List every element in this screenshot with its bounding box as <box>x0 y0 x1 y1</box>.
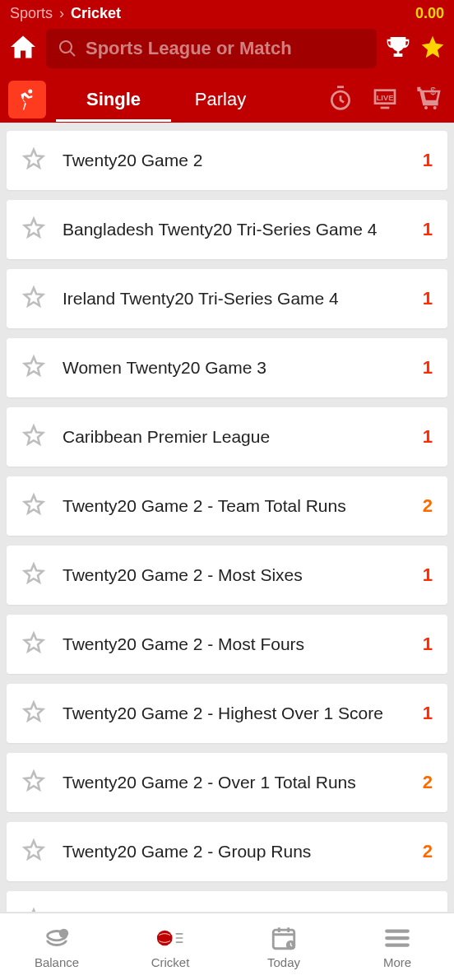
league-count: 1 <box>423 288 433 309</box>
search-box[interactable] <box>46 29 377 68</box>
star-outline-icon[interactable] <box>21 769 46 797</box>
league-card[interactable]: Twenty20 Game 2 - Team Total Runs2 <box>7 476 447 536</box>
league-title: Caribbean Premier League <box>63 427 423 447</box>
nav-balance-label: Balance <box>35 955 79 969</box>
league-card[interactable]: Twenty20 Game 2 - Most Fours1 <box>7 615 447 674</box>
running-icon[interactable] <box>8 81 46 118</box>
nav-more[interactable]: More <box>340 913 454 980</box>
trophy-icon[interactable] <box>385 34 411 63</box>
svg-point-4 <box>433 106 437 109</box>
nav-today-label: Today <box>267 955 300 969</box>
league-count: 1 <box>423 150 433 171</box>
breadcrumb-current: Cricket <box>71 5 121 22</box>
header: Sports › Cricket 0.00 Single Parlay LIVE… <box>0 0 454 123</box>
league-card[interactable]: Caribbean Premier League1 <box>7 407 447 467</box>
league-card[interactable]: Women Twenty20 Game 31 <box>7 338 447 397</box>
nav-more-label: More <box>383 955 411 969</box>
live-icon[interactable]: LIVE <box>372 85 398 114</box>
league-title: Twenty20 Game 2 <box>63 151 423 170</box>
breadcrumb-sep: › <box>59 5 64 22</box>
breadcrumb-root[interactable]: Sports <box>10 5 53 22</box>
star-outline-icon[interactable] <box>21 561 46 589</box>
league-title: Twenty20 Game 2 - Over 1 Total Runs <box>63 773 423 792</box>
league-card[interactable]: Twenty20 Game 2 - Most Sixes1 <box>7 546 447 605</box>
league-count: 1 <box>423 426 433 448</box>
league-card[interactable]: Twenty20 Game 2 - Highest Opening1 <box>7 891 447 912</box>
favorites-star-icon[interactable] <box>419 34 446 63</box>
svg-point-3 <box>424 106 428 109</box>
star-outline-icon[interactable] <box>21 492 46 520</box>
search-icon <box>58 39 77 58</box>
nav-today[interactable]: Today <box>227 913 340 980</box>
league-title: Twenty20 Game 2 - Group Runs <box>63 842 423 862</box>
nav-balance[interactable]: Balance <box>0 913 114 980</box>
league-card[interactable]: Bangladesh Twenty20 Tri-Series Game 41 <box>7 200 447 259</box>
league-title: Twenty20 Game 2 - Most Fours <box>63 634 423 654</box>
star-outline-icon[interactable] <box>21 423 46 451</box>
league-count: 1 <box>423 703 433 724</box>
league-count: 1 <box>423 564 433 586</box>
league-card[interactable]: Twenty20 Game 2 - Group Runs2 <box>7 822 447 881</box>
league-count: 1 <box>423 910 433 912</box>
star-outline-icon[interactable] <box>21 285 46 313</box>
league-title: Twenty20 Game 2 - Highest Opening <box>63 911 423 912</box>
league-card[interactable]: Twenty20 Game 2 - Over 1 Total Runs2 <box>7 753 447 812</box>
search-input[interactable] <box>86 38 365 59</box>
svg-text:LIVE: LIVE <box>377 94 394 102</box>
star-outline-icon[interactable] <box>21 630 46 658</box>
league-count: 1 <box>423 634 433 655</box>
topbar <box>0 24 454 77</box>
league-card[interactable]: Twenty20 Game 2 - Highest Over 1 Score1 <box>7 684 447 743</box>
league-count: 1 <box>423 219 433 240</box>
league-title: Women Twenty20 Game 3 <box>63 358 423 378</box>
league-card[interactable]: Twenty20 Game 21 <box>7 131 447 190</box>
league-count: 1 <box>423 357 433 379</box>
star-outline-icon[interactable] <box>21 146 46 174</box>
league-title: Bangladesh Twenty20 Tri-Series Game 4 <box>63 220 423 239</box>
star-outline-icon[interactable] <box>21 216 46 244</box>
bottom-nav: Balance Cricket Today More <box>0 913 454 980</box>
home-icon[interactable] <box>8 32 38 65</box>
star-outline-icon[interactable] <box>21 699 46 727</box>
league-title: Ireland Twenty20 Tri-Series Game 4 <box>63 289 423 309</box>
star-outline-icon[interactable] <box>21 354 46 382</box>
league-title: Twenty20 Game 2 - Most Sixes <box>63 565 423 585</box>
star-outline-icon[interactable] <box>21 907 46 912</box>
tab-single[interactable]: Single <box>56 89 171 110</box>
league-count: 2 <box>423 772 433 793</box>
breadcrumb: Sports › Cricket 0.00 <box>0 0 454 24</box>
nav-cricket-label: Cricket <box>151 955 190 969</box>
league-list: Twenty20 Game 21Bangladesh Twenty20 Tri-… <box>0 123 454 912</box>
league-title: Twenty20 Game 2 - Team Total Runs <box>63 496 423 516</box>
betslip-cart-icon[interactable]: $ <box>416 85 442 114</box>
timer-icon[interactable] <box>327 85 354 114</box>
league-title: Twenty20 Game 2 - Highest Over 1 Score <box>63 704 423 723</box>
league-card[interactable]: Ireland Twenty20 Tri-Series Game 41 <box>7 269 447 328</box>
bet-tabs: Single Parlay LIVE $ <box>0 77 454 123</box>
star-outline-icon[interactable] <box>21 838 46 866</box>
svg-point-7 <box>157 931 173 946</box>
league-count: 2 <box>423 841 433 862</box>
tab-parlay[interactable]: Parlay <box>171 89 270 110</box>
league-count: 2 <box>423 495 433 517</box>
nav-cricket[interactable]: Cricket <box>114 913 227 980</box>
balance-amount[interactable]: 0.00 <box>415 5 444 22</box>
svg-text:$: $ <box>430 86 436 97</box>
svg-point-6 <box>59 929 68 938</box>
